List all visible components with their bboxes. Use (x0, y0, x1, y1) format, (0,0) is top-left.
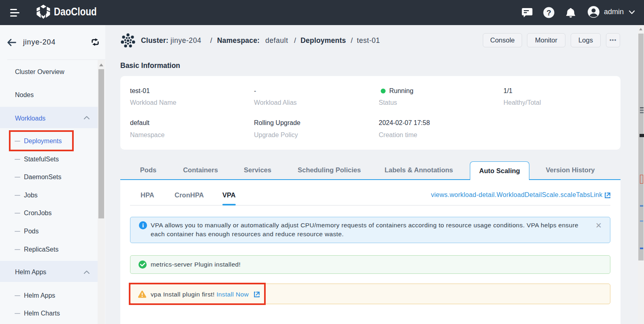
svg-text:?: ? (546, 8, 551, 17)
svg-text:i: i (142, 222, 144, 229)
